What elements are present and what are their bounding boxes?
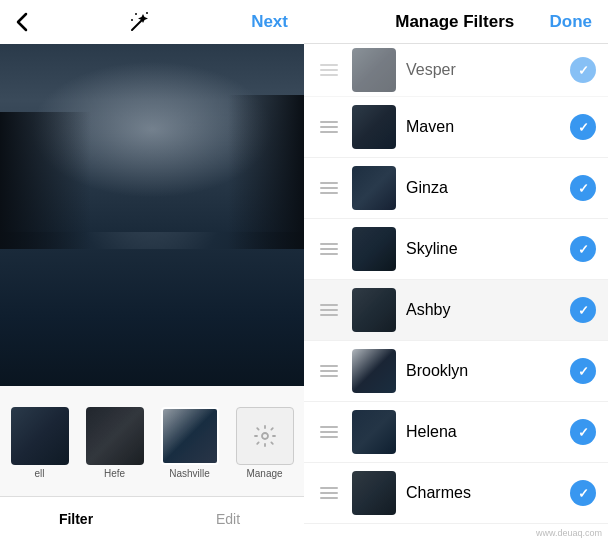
- manage-filters-title: Manage Filters: [360, 12, 550, 32]
- filter-name-ashby: Ashby: [406, 301, 560, 319]
- gear-icon: [253, 424, 277, 448]
- next-button[interactable]: Next: [251, 12, 288, 32]
- filter-thumb-nashville: [161, 407, 219, 465]
- check-maven[interactable]: ✓: [570, 114, 596, 140]
- filter-thumb-ashby: [352, 288, 396, 332]
- drag-handle-vesper[interactable]: [316, 60, 342, 80]
- drag-handle-helena[interactable]: [316, 422, 342, 442]
- drag-handle-maven[interactable]: [316, 117, 342, 137]
- filter-thumb-vesper: [352, 48, 396, 92]
- filter-name-maven: Maven: [406, 118, 560, 136]
- right-panel: Manage Filters Done Vesper ✓ Mave: [304, 0, 608, 540]
- check-ginza[interactable]: ✓: [570, 175, 596, 201]
- filter-thumb-normal: [11, 407, 69, 465]
- manage-filters-header: Manage Filters Done: [304, 0, 608, 44]
- filter-name-brooklyn: Brooklyn: [406, 362, 560, 380]
- filter-item-manage[interactable]: Manage: [229, 407, 300, 479]
- filter-row-ashby: Ashby ✓: [304, 280, 608, 341]
- svg-point-1: [146, 12, 148, 14]
- filter-item-normal[interactable]: ell: [4, 407, 75, 479]
- tab-edit[interactable]: Edit: [152, 497, 304, 540]
- filter-row-helena: Helena ✓: [304, 402, 608, 463]
- drag-handle-skyline[interactable]: [316, 239, 342, 259]
- filter-item-nashville[interactable]: Nashville: [154, 407, 225, 479]
- drag-handle-ginza[interactable]: [316, 178, 342, 198]
- svg-point-4: [262, 433, 268, 439]
- left-panel: Next ell Hefe: [0, 0, 304, 540]
- check-brooklyn[interactable]: ✓: [570, 358, 596, 384]
- filter-thumbnails-row: ell Hefe Nashville: [0, 386, 304, 496]
- filter-name-vesper: Vesper: [406, 61, 560, 79]
- svg-point-2: [131, 19, 133, 21]
- magic-wand-icon[interactable]: [128, 10, 152, 34]
- filter-item-hefe[interactable]: Hefe: [79, 407, 150, 479]
- filter-row-skyline: Skyline ✓: [304, 219, 608, 280]
- done-button[interactable]: Done: [550, 12, 593, 32]
- filters-list: Vesper ✓ Maven ✓ Gin: [304, 44, 608, 526]
- filter-thumb-charmes: [352, 471, 396, 515]
- filter-thumb-helena: [352, 410, 396, 454]
- drag-handle-brooklyn[interactable]: [316, 361, 342, 381]
- filter-name-helena: Helena: [406, 423, 560, 441]
- watermark: www.deuaq.com: [304, 526, 608, 540]
- filter-label-manage: Manage: [246, 468, 282, 479]
- manage-thumb: [236, 407, 294, 465]
- filter-thumb-ginza: [352, 166, 396, 210]
- filter-row-brooklyn: Brooklyn ✓: [304, 341, 608, 402]
- filter-row-ginza: Ginza ✓: [304, 158, 608, 219]
- filter-row-maven: Maven ✓: [304, 97, 608, 158]
- filter-label-nashville: Nashville: [169, 468, 210, 479]
- filter-name-ginza: Ginza: [406, 179, 560, 197]
- bottom-tabs: Filter Edit: [0, 496, 304, 540]
- filter-name-skyline: Skyline: [406, 240, 560, 258]
- filter-thumb-skyline: [352, 227, 396, 271]
- svg-line-0: [132, 20, 142, 30]
- svg-point-3: [135, 13, 137, 15]
- filter-thumb-hefe: [86, 407, 144, 465]
- filter-thumb-brooklyn: [352, 349, 396, 393]
- top-bar: Next: [0, 0, 304, 44]
- check-skyline[interactable]: ✓: [570, 236, 596, 262]
- filter-thumb-maven: [352, 105, 396, 149]
- filter-row-charmes: Charmes ✓: [304, 463, 608, 524]
- filter-label-hefe: Hefe: [104, 468, 125, 479]
- filter-row-vesper: Vesper ✓: [304, 44, 608, 97]
- photo-area: [0, 44, 304, 386]
- filter-name-charmes: Charmes: [406, 484, 560, 502]
- filter-label-normal: ell: [34, 468, 44, 479]
- drag-handle-ashby[interactable]: [316, 300, 342, 320]
- check-helena[interactable]: ✓: [570, 419, 596, 445]
- back-button[interactable]: [16, 12, 28, 32]
- check-ashby[interactable]: ✓: [570, 297, 596, 323]
- check-vesper[interactable]: ✓: [570, 57, 596, 83]
- filter-strip: ell Hefe Nashville: [0, 386, 304, 496]
- check-charmes[interactable]: ✓: [570, 480, 596, 506]
- drag-handle-charmes[interactable]: [316, 483, 342, 503]
- tab-filter[interactable]: Filter: [0, 497, 152, 540]
